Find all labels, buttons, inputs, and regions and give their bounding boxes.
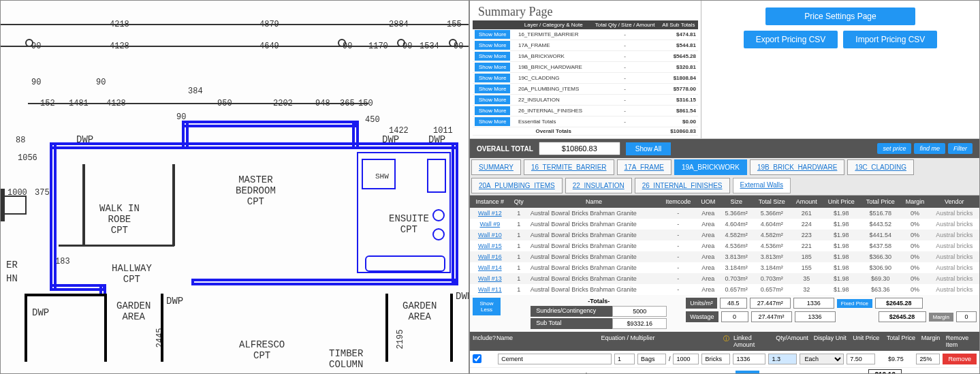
- show-more-button[interactable]: Show More: [475, 41, 510, 50]
- summary-category: 19A_BRICKWORK: [516, 51, 591, 62]
- er-label: ER: [6, 260, 18, 270]
- instance-link[interactable]: Wall #11: [478, 286, 502, 293]
- show-more-button[interactable]: Show More: [475, 106, 510, 115]
- wastage-input[interactable]: [721, 311, 748, 322]
- margin-input[interactable]: [956, 311, 977, 322]
- dim: 88: [16, 136, 25, 145]
- import-pricing-csv-button[interactable]: Import Pricing CSV: [843, 31, 937, 48]
- instance-link[interactable]: Wall #15: [478, 243, 502, 249]
- show-more-button[interactable]: Show More: [475, 63, 510, 72]
- show-more-button[interactable]: Show More: [475, 95, 510, 104]
- display-unit-select[interactable]: Each: [800, 354, 844, 364]
- area-readout: [750, 298, 791, 309]
- sub-items-header: Include? Name Equation / Multiplier ⓘ Li…: [470, 332, 979, 351]
- tab-20a_plumbing_items[interactable]: 20A_PLUMBING_ITEMS: [471, 178, 563, 193]
- instance-link[interactable]: Wall #14: [478, 264, 502, 271]
- price-settings-button[interactable]: Price Settings Page: [765, 7, 915, 25]
- units-m2-input[interactable]: [720, 298, 747, 309]
- show-more-button[interactable]: Show More: [475, 30, 510, 39]
- tab-26_internal_finishes[interactable]: 26_INTERNAL_FINISHES: [635, 178, 730, 193]
- find-me-button[interactable]: find me: [914, 143, 945, 154]
- subtab-external-walls[interactable]: External Walls: [733, 178, 791, 193]
- fixed-price-value: [875, 298, 923, 309]
- dim: 90: [96, 78, 106, 87]
- total-price-value: $9.75: [878, 356, 913, 362]
- include-checkbox[interactable]: [473, 354, 481, 363]
- remove-button[interactable]: Remove: [943, 354, 977, 364]
- room-garden2: GARDEN AREA: [402, 300, 437, 322]
- margin-input[interactable]: [916, 354, 940, 364]
- summary-category: 16_TERMITE_BARRIER: [516, 29, 591, 40]
- dim: 90: [31, 78, 41, 87]
- dim-2195: 2195: [396, 330, 405, 349]
- room-robe: WALK IN ROBE CPT: [99, 203, 140, 236]
- instance-link[interactable]: Wall #9: [479, 221, 500, 228]
- qty-amount-input[interactable]: [768, 354, 797, 364]
- instance-link[interactable]: Wall #13: [478, 275, 502, 282]
- equation-unit-input[interactable]: [637, 354, 666, 364]
- dim: 183: [55, 257, 70, 266]
- show-more-button[interactable]: Show More: [475, 52, 510, 61]
- show-more-button[interactable]: Show More: [475, 74, 510, 82]
- multiplier-unit-input[interactable]: [701, 354, 730, 364]
- fixed-price-value-2: [879, 311, 926, 322]
- multiplier-input[interactable]: [673, 354, 699, 364]
- tab-17a_frame[interactable]: 17A_FRAME: [617, 159, 671, 175]
- show-all-button[interactable]: Show All: [626, 142, 671, 155]
- category-tabs: SUMMARY16_TERMITE_BARRIER17A_FRAME19A_BR…: [470, 158, 979, 196]
- tab-19a_brickwork[interactable]: 19A_BRICKWORK: [674, 159, 747, 175]
- sundries-value[interactable]: 5000: [612, 306, 667, 317]
- set-price-button[interactable]: set price: [877, 143, 911, 154]
- instance-link[interactable]: Wall #10: [478, 232, 502, 238]
- units-m2-label: Units/m²: [686, 298, 717, 309]
- wastage-label: Wastage: [686, 311, 718, 322]
- linked-amount-input[interactable]: [733, 354, 765, 364]
- pricing-panel: Summary Page Layer / Category & Note Tot…: [469, 0, 980, 374]
- dim: 375: [35, 188, 50, 198]
- overall-total-value[interactable]: [539, 142, 620, 155]
- item-name-input[interactable]: [498, 354, 612, 364]
- table-row: Wall #101Austral Bowral Bricks Brahman G…: [470, 230, 979, 240]
- dwp-label: DWP: [166, 296, 183, 307]
- info-icon: ⓘ: [721, 332, 731, 351]
- table-row: Wall #121Austral Bowral Bricks Brahman G…: [470, 208, 979, 219]
- dim: 384: [188, 87, 203, 96]
- summary-category: 20A_PLUMBING_ITEMS: [516, 84, 591, 95]
- tab-19c_cladding[interactable]: 19C_CLADDING: [847, 159, 914, 175]
- summary-category: 17A_FRAME: [516, 40, 591, 51]
- overall-total-label: OVERALL TOTAL: [473, 145, 533, 153]
- tab-19b_brick_hardware[interactable]: 19B_BRICK_HARDWARE: [750, 159, 844, 175]
- hn-label: HN: [6, 273, 18, 284]
- summary-category: 19C_CLADDING: [516, 73, 591, 84]
- show-more-button[interactable]: Show More: [475, 84, 510, 93]
- instance-link[interactable]: Wall #12: [478, 210, 502, 217]
- export-pricing-csv-button[interactable]: Export Pricing CSV: [744, 31, 838, 48]
- summary-title: Summary Page: [473, 3, 698, 20]
- show-more-button[interactable]: Show More: [475, 117, 510, 126]
- margin-button[interactable]: Margin: [929, 313, 953, 322]
- round-button[interactable]: Round: [736, 371, 760, 374]
- room-master: MASTER BEDROOM CPT: [236, 174, 276, 207]
- qty-readout: [793, 298, 834, 309]
- table-row: Wall #131Austral Bowral Bricks Brahman G…: [470, 273, 979, 284]
- subtotal-value: $9332.16: [612, 318, 667, 329]
- dim: 450: [365, 115, 380, 125]
- summary-category: Essential Totals: [516, 116, 591, 127]
- room-hallway: HALLWAY CPT: [112, 263, 152, 285]
- instance-link[interactable]: Wall #16: [478, 253, 502, 260]
- unit-price-input[interactable]: [847, 354, 875, 364]
- summary-category: 19B_BRICK_HARDWARE: [516, 62, 591, 73]
- dim: 1056: [18, 153, 37, 163]
- filter-button[interactable]: Filter: [948, 143, 973, 154]
- tab-summary[interactable]: SUMMARY: [471, 159, 521, 175]
- tab-22_insulation[interactable]: 22_INSULATION: [565, 178, 632, 193]
- fixed-price-button[interactable]: Fixed Price: [837, 299, 872, 308]
- equation-input[interactable]: [614, 354, 635, 364]
- tab-16_termite_barrier[interactable]: 16_TERMITE_BARRIER: [524, 159, 614, 175]
- summary-page: Summary Page Layer / Category & Note Tot…: [470, 1, 701, 138]
- table-row: Wall #141Austral Bowral Bricks Brahman G…: [470, 262, 979, 273]
- table-row: Wall #161Austral Bowral Bricks Brahman G…: [470, 251, 979, 262]
- show-less-button[interactable]: Show Less: [473, 298, 501, 315]
- floorplan-panel[interactable]: 4218 4879 2884 155 90 4128 4649 90 1170 …: [0, 0, 469, 374]
- items-grid: Instance #QtyNameItemcodeUOMSizeTotal Si…: [470, 196, 979, 295]
